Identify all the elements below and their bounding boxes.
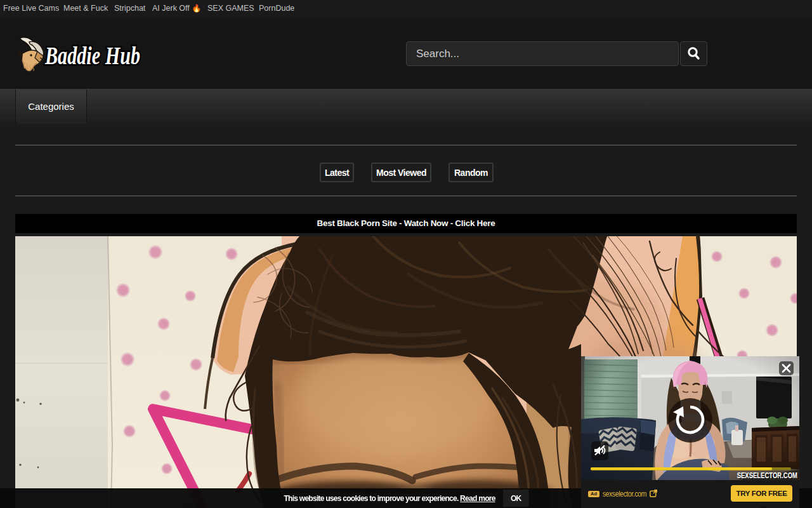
svg-text:Baddie Hub: Baddie Hub (44, 41, 140, 70)
svg-text:SEXSELECTOR.COM: SEXSELECTOR.COM (737, 471, 797, 480)
